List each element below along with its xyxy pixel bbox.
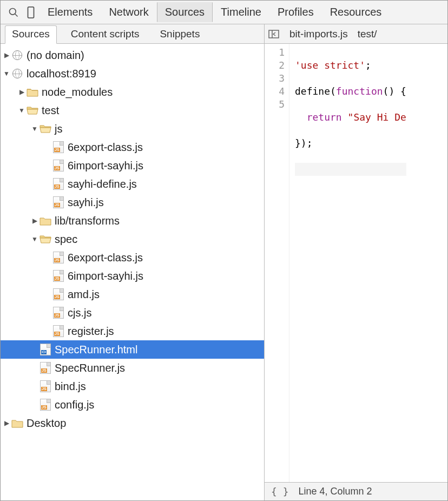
tree-label: localhost:8919 (27, 64, 96, 83)
chevron-right-icon: ▶ (3, 414, 10, 432)
tree-file[interactable]: JS config.js (1, 395, 264, 414)
code-token: define( (295, 85, 336, 97)
folder-open-icon (39, 234, 51, 245)
js-file-icon: JS (52, 252, 64, 263)
tab-timeline[interactable]: Timeline (213, 2, 269, 22)
js-file-icon: JS (39, 381, 51, 392)
code-token: "Say Hi De (348, 111, 406, 123)
editor-pane: bit-imports.js test/ 1 2 3 4 5 'use stri… (265, 24, 447, 500)
tree-file[interactable]: JS 6import-sayhi.js (1, 267, 264, 285)
folder-icon (11, 418, 23, 429)
sub-tab-content-scripts[interactable]: Content scripts (64, 26, 146, 43)
folder-icon (27, 87, 38, 97)
tab-network[interactable]: Network (101, 2, 156, 22)
html-file-icon: <> (39, 344, 51, 355)
tree-label: sayhi.js (68, 193, 104, 212)
js-file-icon: JS (39, 399, 51, 410)
tree-label: 6import-sayhi.js (68, 156, 143, 175)
tab-elements[interactable]: Elements (39, 2, 101, 22)
editor-tab[interactable]: test/ (358, 28, 377, 40)
tree-folder-js[interactable]: ▼ js (1, 120, 264, 138)
tree-label: SpecRunner.html (55, 340, 137, 359)
tree-file[interactable]: JS amd.js (1, 285, 264, 304)
tree-file[interactable]: JS 6import-sayhi.js (1, 156, 264, 175)
folder-open-icon (39, 123, 51, 134)
svg-point-0 (10, 8, 16, 15)
tree-folder-spec[interactable]: ▼ spec (1, 230, 264, 248)
pretty-print-icon[interactable]: { } (271, 486, 289, 497)
tree-folder-test[interactable]: ▼ test (1, 101, 264, 120)
tree-label: sayhi-define.js (68, 175, 137, 193)
tree-label: Desktop (27, 414, 66, 432)
line-number: 5 (265, 98, 285, 111)
tab-sources[interactable]: Sources (157, 2, 213, 22)
tree-folder-lib-transforms[interactable]: ▶ lib/transforms (1, 212, 264, 230)
editor-tab-active[interactable]: bit-imports.js (289, 28, 348, 40)
tree-label: config.js (55, 395, 94, 414)
tree-file[interactable]: JS cjs.js (1, 304, 264, 322)
tree-file[interactable]: JS bind.js (1, 377, 264, 395)
tree-label: SpecRunner.js (55, 359, 125, 377)
device-mode-icon[interactable] (22, 4, 39, 21)
sub-tab-snippets[interactable]: Snippets (153, 26, 206, 43)
tree-host[interactable]: ▼ localhost:8919 (1, 64, 264, 83)
js-file-icon: JS (52, 197, 64, 208)
chevron-down-icon: ▼ (31, 230, 38, 248)
navigator-pane: Sources Content scripts Snippets ▶ (no d… (1, 24, 265, 500)
globe-icon (11, 68, 23, 79)
devtools-panel-tabs: Elements Network Sources Timeline Profil… (39, 2, 390, 22)
tree-file[interactable]: JS register.js (1, 322, 264, 340)
tree-domain-none[interactable]: ▶ (no domain) (1, 46, 264, 64)
code-editor[interactable]: 1 2 3 4 5 'use strict'; define(function(… (265, 44, 447, 482)
chevron-down-icon: ▼ (18, 101, 25, 120)
search-icon[interactable] (5, 4, 22, 21)
tab-profiles[interactable]: Profiles (269, 2, 322, 22)
chevron-down-icon: ▼ (31, 120, 38, 138)
sub-tab-sources[interactable]: Sources (5, 25, 57, 44)
tree-label: lib/transforms (55, 212, 120, 230)
tree-label: 6export-class.js (68, 138, 143, 156)
code-token: ; (365, 60, 371, 71)
code-token: 'use strict' (295, 60, 365, 71)
chevron-right-icon: ▶ (18, 83, 25, 101)
code-token: function (336, 85, 383, 97)
editor-status-bar: { } Line 4, Column 2 (265, 482, 447, 500)
js-file-icon: JS (52, 271, 64, 281)
code-content: 'use strict'; define(function() { return… (289, 44, 406, 482)
tree-file[interactable]: JS SpecRunner.js (1, 359, 264, 377)
cursor-position: Line 4, Column 2 (299, 486, 372, 497)
line-number: 3 (265, 72, 285, 85)
svg-line-1 (15, 14, 18, 16)
code-token: }); (295, 137, 313, 149)
tree-label: 6import-sayhi.js (68, 267, 143, 285)
tree-label: bind.js (55, 377, 86, 395)
tree-folder-node-modules[interactable]: ▶ node_modules (1, 83, 264, 101)
tree-folder-desktop[interactable]: ▶ Desktop (1, 414, 264, 432)
tree-label: node_modules (42, 83, 113, 101)
chevron-right-icon: ▶ (31, 212, 38, 230)
show-navigator-icon[interactable] (268, 30, 280, 38)
tree-file[interactable]: JS sayhi-define.js (1, 175, 264, 193)
code-token: () { (383, 85, 406, 97)
js-file-icon: JS (52, 289, 64, 300)
line-number: 4 (265, 85, 285, 98)
tree-label: spec (55, 230, 77, 248)
tree-file[interactable]: JS sayhi.js (1, 193, 264, 212)
tree-label: cjs.js (68, 304, 91, 322)
tree-file[interactable]: JS 6export-class.js (1, 138, 264, 156)
editor-tab-label: bit-imports.js (289, 28, 348, 40)
folder-icon (39, 215, 51, 226)
globe-icon (11, 50, 23, 61)
code-token: return (307, 111, 342, 123)
editor-tab-label: test/ (358, 28, 377, 40)
tree-label: register.js (68, 322, 114, 340)
main-split: Sources Content scripts Snippets ▶ (no d… (1, 24, 447, 500)
svg-rect-2 (28, 6, 34, 17)
tree-file[interactable]: JS 6export-class.js (1, 248, 264, 267)
tree-file-selected[interactable]: <> SpecRunner.html (1, 340, 264, 359)
editor-tab-bar: bit-imports.js test/ (265, 24, 447, 44)
tab-resources[interactable]: Resources (322, 2, 390, 22)
line-number: 2 (265, 59, 285, 72)
line-number: 1 (265, 46, 285, 59)
folder-open-icon (27, 105, 38, 116)
